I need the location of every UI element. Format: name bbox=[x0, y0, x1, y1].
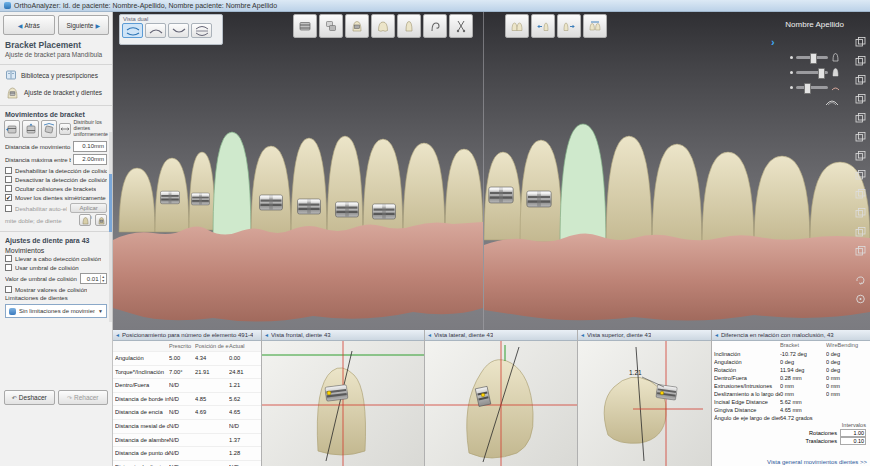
collapse-panel-button[interactable]: ◄ bbox=[427, 331, 432, 340]
lateral-view[interactable] bbox=[425, 341, 577, 466]
3d-scene-left[interactable] bbox=[113, 40, 483, 330]
spin-down-icon[interactable]: ▼ bbox=[102, 279, 105, 283]
opacity-slider-row-3[interactable] bbox=[790, 82, 840, 92]
view-layout-button-7[interactable] bbox=[852, 148, 868, 163]
collapse-panel-button[interactable]: ◄ bbox=[115, 331, 120, 340]
rotate-bracket-button[interactable] bbox=[41, 120, 57, 138]
opacity-slider-row-2[interactable] bbox=[790, 67, 840, 77]
bracket-library-tool-button[interactable] bbox=[319, 14, 343, 38]
bracket[interactable] bbox=[656, 384, 678, 400]
selected-tooth-43[interactable] bbox=[213, 132, 251, 236]
tooth-limitations-select[interactable]: Sin limitaciones de movimientos ▼ bbox=[5, 304, 107, 318]
redo-button[interactable]: ↷ Rehacer bbox=[58, 390, 109, 405]
view-layout-button-3[interactable] bbox=[852, 72, 868, 87]
view-layout-button-5[interactable] bbox=[852, 110, 868, 125]
view-layout-button-4[interactable] bbox=[852, 91, 868, 106]
teeth-pair-tool-button[interactable] bbox=[505, 14, 529, 38]
bracket[interactable] bbox=[336, 202, 359, 217]
view-layout-button-10[interactable] bbox=[852, 205, 868, 220]
view-layout-button-6[interactable] bbox=[852, 129, 868, 144]
apply-tip-button[interactable]: Aplicar tip bbox=[70, 203, 107, 213]
max-bracket-distance-input[interactable]: 2.00mm bbox=[73, 154, 107, 165]
superior-view-render[interactable]: 1.21 bbox=[578, 341, 711, 466]
bracket-placement-tool-button[interactable] bbox=[293, 14, 317, 38]
3d-viewport[interactable]: Vista dual bbox=[113, 12, 870, 330]
mirror-right-tool-button[interactable] bbox=[557, 14, 581, 38]
bracket[interactable] bbox=[191, 193, 209, 205]
tooth-widget-button[interactable] bbox=[79, 214, 91, 226]
tooth-43-frontal[interactable] bbox=[317, 368, 365, 455]
molar-bracket-tool-button[interactable] bbox=[345, 14, 369, 38]
sidebar-scrollbar[interactable] bbox=[109, 132, 112, 322]
view-layout-button-2[interactable] bbox=[852, 53, 868, 68]
superior-view[interactable]: 1.21 bbox=[578, 341, 711, 466]
mirror-left-tool-button[interactable] bbox=[531, 14, 555, 38]
move-bracket-vertical-button[interactable] bbox=[22, 120, 38, 138]
pliers-tool-button[interactable] bbox=[449, 14, 473, 38]
bracket-reference-dot[interactable] bbox=[660, 391, 664, 395]
gingiva-mesh[interactable] bbox=[113, 222, 483, 322]
bracket[interactable] bbox=[527, 191, 551, 207]
selected-tooth-43[interactable] bbox=[560, 124, 606, 246]
opacity-slider-1[interactable] bbox=[796, 56, 828, 59]
rotate-view-button[interactable] bbox=[852, 272, 868, 287]
molar-tool-button[interactable] bbox=[371, 14, 395, 38]
frontal-view-render[interactable] bbox=[262, 341, 424, 466]
view-layout-button-1[interactable] bbox=[852, 34, 868, 49]
bracket[interactable] bbox=[160, 191, 179, 204]
movement-distance-input[interactable]: 0.10mm bbox=[73, 141, 107, 152]
opacity-slider-row-1[interactable] bbox=[790, 52, 840, 62]
undo-button[interactable]: ↶ Deshacer bbox=[4, 390, 55, 405]
movements-overview-link[interactable]: Vista general movimientos dientes >> bbox=[767, 459, 867, 465]
bracket-reference-dot[interactable] bbox=[481, 393, 485, 397]
view-layout-button-9[interactable] bbox=[852, 186, 868, 201]
section-library[interactable]: Biblioteca y prescripciones bbox=[0, 67, 112, 83]
move-bracket-free-button[interactable] bbox=[4, 120, 20, 138]
checkbox-hide-bracket-collisions[interactable]: Ocultar colisiones de brackets bbox=[0, 184, 112, 193]
link-teeth-tool-button[interactable] bbox=[583, 14, 607, 38]
scrollbar-thumb[interactable] bbox=[109, 174, 112, 232]
opacity-slider-2[interactable] bbox=[796, 71, 828, 74]
bracket-reference-dot[interactable] bbox=[327, 391, 331, 395]
collision-threshold-input[interactable]: 0.01 ▲ ▼ bbox=[80, 273, 107, 284]
bracket[interactable] bbox=[373, 204, 396, 219]
hook-tool-button[interactable] bbox=[423, 14, 447, 38]
slider-thumb[interactable] bbox=[804, 83, 811, 94]
bracket[interactable] bbox=[298, 199, 321, 214]
spinner-arrows[interactable]: ▲ ▼ bbox=[100, 275, 106, 283]
checkbox-move-teeth-symmetrically[interactable]: ✔ Mover los dientes simétricamente bbox=[0, 193, 112, 202]
slider-thumb[interactable] bbox=[810, 53, 817, 64]
frontal-view[interactable] bbox=[262, 341, 424, 466]
view-layout-button-12[interactable] bbox=[852, 243, 868, 258]
collapse-panel-button[interactable]: ◄ bbox=[264, 331, 269, 340]
bracket[interactable] bbox=[489, 187, 513, 203]
opacity-slider-3[interactable] bbox=[796, 86, 828, 89]
checkbox-perform-collision-detection[interactable]: Llevar a cabo detección colisión bbox=[0, 254, 112, 263]
panel-expander-icon[interactable]: › bbox=[771, 36, 775, 48]
reset-view-button[interactable] bbox=[852, 291, 868, 306]
dual-view-button-4[interactable] bbox=[191, 23, 212, 38]
tooth-widget-button-2[interactable] bbox=[95, 214, 107, 226]
checkbox-disable-auto-tip[interactable]: Deshabilitar auto-ela Aplicar tip bbox=[0, 202, 112, 214]
collapse-panel-button[interactable]: ◄ bbox=[714, 331, 719, 340]
view-layout-button-11[interactable] bbox=[852, 224, 868, 239]
lateral-view-render[interactable] bbox=[425, 341, 577, 466]
dual-view-button-2[interactable] bbox=[145, 23, 166, 38]
collapse-panel-button[interactable]: ◄ bbox=[580, 331, 585, 340]
gingiva-mesh[interactable] bbox=[484, 233, 870, 320]
back-button[interactable]: ◀ Atrás bbox=[3, 15, 55, 35]
checkbox-disable-collision-drag[interactable]: Deshabilitar la detección de colisiones … bbox=[0, 166, 112, 175]
dual-view-button-3[interactable] bbox=[168, 23, 189, 38]
view-layout-button-8[interactable] bbox=[852, 167, 868, 182]
dual-view-button-1[interactable] bbox=[122, 23, 143, 38]
checkbox-use-collision-threshold[interactable]: Usar umbral de colisión bbox=[0, 263, 112, 272]
tooth-tool-button[interactable] bbox=[397, 14, 421, 38]
next-button[interactable]: Siguiente ▶ bbox=[58, 15, 110, 35]
bracket[interactable] bbox=[260, 195, 283, 210]
slider-thumb[interactable] bbox=[818, 68, 825, 79]
section-bracket-adjust[interactable]: Ajuste de bracket y dientes bbox=[0, 83, 112, 102]
checkbox-disable-gingiva-collision[interactable]: Desactivar la detección de colisión con … bbox=[0, 175, 112, 184]
distribute-teeth-button[interactable] bbox=[59, 123, 71, 135]
checkbox-show-collision-values[interactable]: Mostrar valores de colisión bbox=[0, 285, 112, 294]
translation-interval-input[interactable]: 0.10 bbox=[840, 437, 866, 446]
